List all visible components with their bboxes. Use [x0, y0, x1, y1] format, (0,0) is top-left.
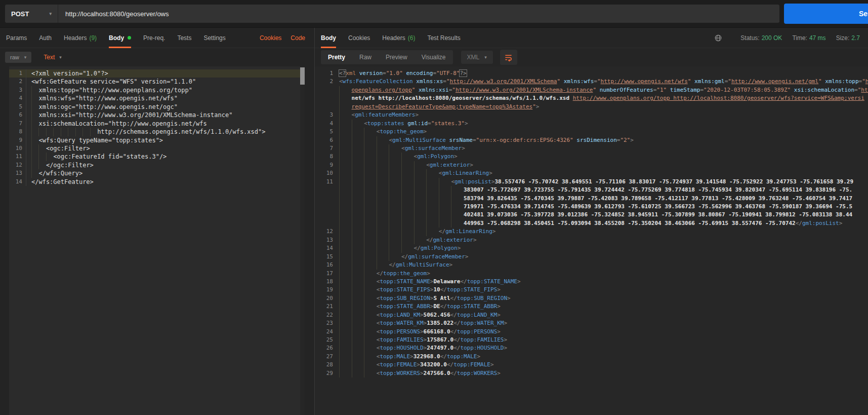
request-bar: POST ▾ Send	[0, 0, 868, 28]
indent-guides	[31, 136, 38, 144]
line-number: 11	[9, 153, 26, 161]
line-number: 29	[315, 369, 333, 378]
tab-response-body[interactable]: Body	[321, 28, 336, 48]
code-line: 27<topp:MALE>322968.0</topp:MALE>	[315, 353, 868, 361]
indent-guides	[339, 344, 377, 352]
code-line: 6xmlns:xsi="http://www.w3.org/2001/XMLSc…	[9, 111, 305, 119]
line-number: 6	[315, 136, 333, 144]
indent-guides	[31, 103, 38, 111]
cookies-link[interactable]: Cookies	[260, 34, 281, 42]
tab-test-results[interactable]: Test Results	[427, 28, 460, 48]
view-visualize[interactable]: Visualize	[415, 50, 453, 64]
code-line: 16</gml:MultiSurface>	[315, 261, 868, 269]
tab-headers[interactable]: Headers (9)	[64, 28, 97, 48]
response-tabs-bar: Body Cookies Headers (6) Test Results St…	[315, 28, 868, 48]
method-label: POST	[11, 10, 29, 18]
indent-guides	[339, 369, 377, 378]
code-line: 12</gml:LinearRing>	[315, 228, 868, 236]
indent-guides	[339, 169, 439, 177]
indent-guides	[339, 253, 401, 261]
line-number: 5	[9, 103, 26, 111]
tab-response-headers[interactable]: Headers (6)	[382, 28, 415, 48]
line-number: 18	[315, 278, 333, 286]
line-number: 7	[9, 120, 26, 128]
line-number: 24	[315, 328, 333, 336]
wrap-text-icon	[504, 53, 513, 62]
send-button[interactable]: Send	[784, 4, 868, 24]
line-number: 25	[315, 336, 333, 344]
code-line: 3<gml:featureMembers>	[315, 111, 868, 119]
tab-body[interactable]: Body	[109, 28, 131, 48]
tab-response-cookies[interactable]: Cookies	[348, 28, 370, 48]
postman-app: { "request_bar": { "method": "POST", "ur…	[0, 0, 868, 415]
chevron-down-icon: ▾	[484, 55, 487, 60]
indent-guides	[339, 178, 451, 186]
scrollbar[interactable]	[300, 66, 305, 415]
code-line: 15</gml:surfaceMember>	[315, 253, 868, 261]
line-number: 19	[315, 286, 333, 294]
indent-guides	[339, 361, 377, 369]
indent-guides	[339, 144, 401, 153]
code-line: net/wfs http://localhost:8080/geoserver/…	[315, 94, 868, 102]
tab-pre-req[interactable]: Pre-req.	[143, 28, 165, 48]
line-number: 1	[315, 69, 333, 78]
tab-params[interactable]: Params	[6, 28, 27, 48]
size-badge: Size:2.7	[836, 34, 860, 42]
code-line: 8http://schemas.opengis.net/wfs/1.1.0/wf…	[9, 128, 305, 136]
line-number: 14	[9, 178, 26, 186]
code-line: 26<topp:HOUSHOLD>247497.0</topp:HOUSHOLD…	[315, 344, 868, 352]
code-line: 3xmlns:topp="http://www.openplans.org/to…	[9, 86, 305, 94]
line-number: 13	[9, 169, 26, 177]
indent-guides	[31, 169, 38, 177]
line-number: 10	[315, 169, 333, 177]
line-number: 9	[315, 161, 333, 169]
code-line: 2<wfs:GetFeature service="WFS" version="…	[9, 78, 305, 86]
method-selector[interactable]: POST ▾	[5, 5, 58, 23]
line-number: 16	[315, 261, 333, 269]
code-line: 11<gml:posList>38.557476 -75.70742 38.64…	[315, 178, 868, 186]
scrollbar-thumb[interactable]	[300, 67, 305, 85]
view-mode-switch: Pretty Raw Preview Visualize	[321, 50, 453, 64]
code-line: 4<topp:states gml:id="states.3">	[315, 120, 868, 128]
request-body-editor[interactable]: 1<?xml version="1.0"?>2<wfs:GetFeature s…	[9, 66, 305, 415]
network-globe-icon[interactable]	[714, 34, 722, 42]
line-number: 1	[9, 69, 26, 78]
line-number: 13	[315, 236, 333, 244]
wrap-text-button[interactable]	[500, 50, 517, 65]
code-line: 8<gml:Polygon>	[315, 153, 868, 161]
indent-guides	[339, 203, 464, 211]
code-link[interactable]: Code	[291, 34, 305, 42]
code-line: 4xmlns:wfs="http://www.opengis.net/wfs"	[9, 94, 305, 102]
url-input[interactable]	[58, 5, 779, 23]
code-line: 12</ogc:Filter>	[9, 161, 305, 169]
line-number: 4	[315, 120, 333, 128]
body-mode-select[interactable]: raw ▾	[5, 52, 31, 63]
indent-guides	[339, 219, 464, 228]
code-line: 23<topp:WATER_KM>1385.022</topp:WATER_KM…	[315, 319, 868, 327]
indent-guides	[339, 228, 439, 236]
indent-guides	[339, 353, 377, 361]
view-raw[interactable]: Raw	[352, 50, 379, 64]
tab-auth[interactable]: Auth	[39, 28, 52, 48]
indent-guides	[339, 278, 377, 286]
line-number: 2	[315, 78, 333, 86]
code-line: 2<wfs:FeatureCollection xmlns:xs="http:/…	[315, 78, 868, 86]
indent-guides	[339, 286, 377, 294]
tab-tests[interactable]: Tests	[177, 28, 191, 48]
indent-guides	[339, 328, 377, 336]
indent-guides	[339, 336, 377, 344]
request-tabs-bar: Params Auth Headers (9) Body Pre-req. Te…	[0, 28, 314, 48]
line-number: 9	[9, 136, 26, 144]
response-body-editor[interactable]: 1<?xml version="1.0" encoding="UTF-8"?>2…	[315, 66, 868, 415]
indent-guides	[31, 153, 53, 161]
body-language-select[interactable]: Text ▾	[44, 54, 62, 61]
view-pretty[interactable]: Pretty	[321, 50, 352, 64]
tab-settings[interactable]: Settings	[203, 28, 225, 48]
response-language-select[interactable]: XML ▾	[461, 51, 493, 64]
line-number: 8	[315, 153, 333, 161]
code-line: 9<gml:exterior>	[315, 161, 868, 169]
line-number: 28	[315, 361, 333, 369]
view-preview[interactable]: Preview	[379, 50, 415, 64]
line-number: 3	[9, 86, 26, 94]
time-badge: Time:47 ms	[792, 34, 825, 42]
